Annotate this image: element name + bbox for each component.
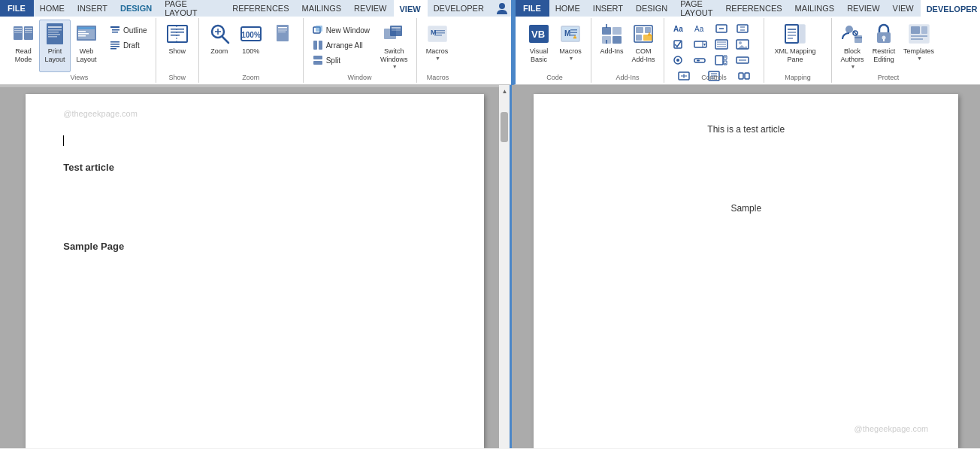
templates-label: Templates <box>903 47 934 56</box>
show-icon <box>165 22 189 46</box>
svg-rect-4 <box>14 30 22 31</box>
protect-group-label: Protect <box>832 74 945 81</box>
split-button[interactable]: Split <box>308 53 374 68</box>
xml-mapping-pane-button[interactable]: XML MappingPane <box>769 20 821 72</box>
design-mode-aa2-button[interactable]: Aa <box>690 21 711 36</box>
tab-design-left[interactable]: DESIGN <box>114 0 159 17</box>
cursor-container <box>63 135 64 146</box>
svg-text:100%: 100% <box>241 31 261 39</box>
profile-icon-left[interactable] <box>494 0 511 17</box>
tab-home-left[interactable]: HOME <box>34 0 71 17</box>
one-page-button[interactable] <box>267 20 298 72</box>
read-mode-button[interactable]: ReadMode <box>8 20 39 72</box>
svg-marker-97 <box>737 45 748 49</box>
tab-pagelayout-right[interactable]: PAGE LAYOUT <box>674 0 719 17</box>
switch-windows-button[interactable]: SwitchWindows ▼ <box>377 20 412 72</box>
visual-basic-icon: VB <box>527 22 551 46</box>
ctrl-spin[interactable] <box>711 53 732 68</box>
svg-text:Aa: Aa <box>673 25 683 33</box>
xml-mapping-pane-icon <box>783 22 807 46</box>
zoom-group-label: Zoom <box>199 74 303 81</box>
zoom-group: Zoom 100% 100% <box>199 18 304 83</box>
tab-review-right[interactable]: REVIEW <box>841 0 886 17</box>
right-document-pane: This is a test article Sample @thegeekpa… <box>512 85 980 448</box>
web-layout-button[interactable]: WebLayout <box>71 20 102 72</box>
svg-text:!: ! <box>649 33 650 36</box>
svg-rect-47 <box>313 56 322 59</box>
ctrl-checkbox[interactable] <box>669 37 690 52</box>
restrict-editing-button[interactable]: RestrictEditing <box>868 20 900 72</box>
switch-windows-arrow: ▼ <box>392 64 398 69</box>
design-mode-aa-button[interactable]: Aa <box>669 21 690 36</box>
macros-button-right[interactable]: M ! Macros ▼ <box>555 20 586 72</box>
outline-button[interactable]: Outline <box>105 23 151 38</box>
zoom-100-button[interactable]: 100% 100% <box>235 20 267 72</box>
draft-button[interactable]: Draft <box>105 38 151 53</box>
left-document-pane: @thegeekpage.com Test article Sample Pag… <box>0 85 510 448</box>
left-page-content[interactable]: @thegeekpage.com Test article Sample Pag… <box>26 94 484 448</box>
show-button[interactable]: Show <box>161 20 194 72</box>
right-tab-bar: FILE HOME INSERT DESIGN PAGE LAYOUT REFE… <box>516 0 980 17</box>
visual-basic-button[interactable]: VB VisualBasic <box>523 20 555 72</box>
svg-rect-45 <box>313 41 317 50</box>
svg-rect-41 <box>278 30 287 31</box>
svg-rect-40 <box>278 27 287 29</box>
switch-windows-label: SwitchWindows <box>380 47 408 64</box>
svg-rect-76 <box>636 35 642 41</box>
zoom-button[interactable]: Zoom <box>204 20 235 72</box>
svg-rect-21 <box>110 26 119 28</box>
svg-rect-70 <box>612 36 622 44</box>
ctrl-icon1[interactable] <box>711 21 732 36</box>
tab-view-left[interactable]: VIEW <box>394 0 428 17</box>
scroll-up-button[interactable]: ▲ <box>499 85 510 97</box>
tab-file-right[interactable]: FILE <box>516 0 549 17</box>
read-mode-label: ReadMode <box>15 47 32 64</box>
svg-rect-20 <box>78 35 86 37</box>
ctrl-combo[interactable] <box>690 37 711 52</box>
ctrl-radio[interactable] <box>669 53 690 68</box>
tab-mailings-left[interactable]: MAILINGS <box>296 0 349 17</box>
ctrl-icon2[interactable] <box>732 21 753 36</box>
show-label: Show <box>168 47 186 56</box>
tab-home-right[interactable]: HOME <box>549 0 587 17</box>
tab-references-right[interactable]: REFERENCES <box>719 0 788 17</box>
tab-file-left[interactable]: FILE <box>0 0 34 17</box>
left-scrollbar[interactable]: ▲ <box>499 85 510 448</box>
svg-rect-8 <box>25 32 32 33</box>
print-layout-button[interactable]: PrintLayout <box>39 20 71 72</box>
tab-review-left[interactable]: REVIEW <box>348 0 393 17</box>
tab-pagelayout-left[interactable]: PAGE LAYOUT <box>159 0 226 17</box>
arrange-all-icon <box>312 39 324 51</box>
macros-button-left[interactable]: M Macros ▼ <box>422 20 453 72</box>
svg-rect-119 <box>799 25 805 43</box>
ctrl-image[interactable] <box>732 37 753 52</box>
tab-references-left[interactable]: REFERENCES <box>226 0 295 17</box>
tab-design-right[interactable]: DESIGN <box>630 0 674 17</box>
new-window-button[interactable]: New Window <box>308 23 374 38</box>
right-page-content[interactable]: This is a test article Sample @thegeekpa… <box>534 94 958 448</box>
svg-rect-67 <box>602 27 611 35</box>
tab-developer-left[interactable]: DEVELOPER <box>428 0 491 17</box>
tab-mailings-right[interactable]: MAILINGS <box>789 0 842 17</box>
tab-developer-right[interactable]: DEVELOPER <box>921 0 980 17</box>
restrict-editing-label: RestrictEditing <box>873 47 896 64</box>
arrange-all-button[interactable]: Arrange All <box>308 38 374 53</box>
tab-insert-right[interactable]: INSERT <box>587 0 630 17</box>
tab-insert-left[interactable]: INSERT <box>71 0 114 17</box>
templates-button[interactable]: Templates ▼ <box>900 20 938 72</box>
add-ins-button[interactable]: Add-Ins <box>596 20 628 72</box>
com-add-ins-button[interactable]: ! COMAdd-Ins <box>628 20 659 72</box>
ctrl-list[interactable] <box>711 37 732 52</box>
svg-text:VB: VB <box>531 29 545 40</box>
read-mode-icon <box>11 22 35 46</box>
svg-rect-101 <box>697 60 700 62</box>
ctrl-more[interactable] <box>732 53 753 68</box>
tab-view-right[interactable]: VIEW <box>887 0 921 17</box>
macros-group-left: M Macros ▼ Macros <box>417 18 459 83</box>
scroll-thumb[interactable] <box>501 112 508 142</box>
right-watermark-bottom: @thegeekpage.com <box>854 424 929 433</box>
svg-rect-57 <box>434 35 442 36</box>
svg-text:Aa: Aa <box>694 25 704 33</box>
ctrl-scroll[interactable] <box>690 53 711 68</box>
block-authors-button[interactable]: BlockAuthors ▼ <box>836 20 868 72</box>
